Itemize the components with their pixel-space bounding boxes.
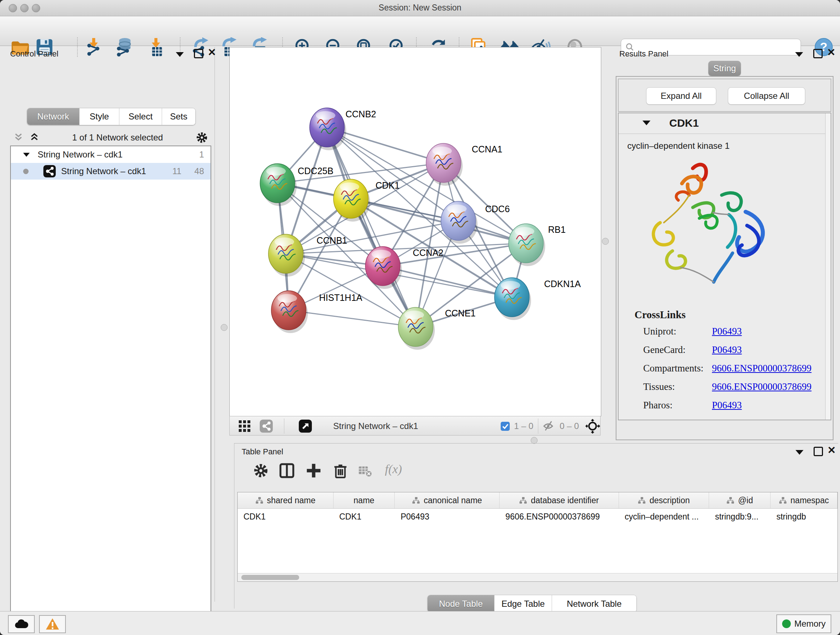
table-cell: stringdb <box>771 509 837 524</box>
crosslink-link[interactable]: P06493 <box>712 344 742 356</box>
crosslink-row: Uniprot:P06493 <box>619 326 826 344</box>
node-ccnb2[interactable] <box>309 108 346 150</box>
results-scrollbar[interactable] <box>825 113 831 420</box>
string-view-icon[interactable] <box>259 419 273 433</box>
column-header-name[interactable]: name <box>333 492 395 508</box>
column-header-id[interactable]: @id <box>709 492 771 508</box>
tab-network-table[interactable]: Network Table <box>552 595 636 612</box>
column-tree-icon <box>412 497 420 504</box>
hidden-eye-icon[interactable] <box>543 420 555 432</box>
collapse-all-button[interactable]: Collapse All <box>728 87 805 105</box>
column-header-namespac[interactable]: namespac <box>771 492 837 508</box>
selected-checkbox-icon[interactable] <box>500 421 510 431</box>
collection-expand-icon[interactable] <box>23 153 30 157</box>
tab-string[interactable]: String <box>708 61 741 76</box>
node-label-cdc25b: CDC25B <box>298 166 333 176</box>
network-collection-row[interactable]: String Network – cdk1 1 <box>11 146 210 163</box>
memory-status-icon <box>782 619 791 628</box>
tab-node-table[interactable]: Node Table <box>428 595 494 612</box>
node-hist1h1a[interactable] <box>271 291 308 333</box>
control-panel-menu-icon[interactable] <box>176 52 184 57</box>
node-label-hist1h1a: HIST1H1A <box>319 293 363 302</box>
table-panel-float-icon[interactable] <box>813 447 823 456</box>
node-label-rb1: RB1 <box>548 225 566 234</box>
results-panel-title: Results Panel <box>619 49 668 59</box>
node-label-ccnb1: CCNB1 <box>317 235 347 245</box>
table-panel-menu-icon[interactable] <box>796 450 804 455</box>
column-tree-icon <box>519 497 527 504</box>
selected-count: 1 – 0 <box>514 421 533 431</box>
delete-column-icon[interactable] <box>332 462 349 479</box>
expand-all-icon[interactable] <box>29 132 40 143</box>
control-panel: Control Panel ✕ NetworkStyleSelectSets 1… <box>3 47 215 602</box>
node-cdkn1a[interactable] <box>494 278 531 320</box>
node-ccna1[interactable] <box>426 143 463 186</box>
results-panel-close-icon[interactable]: ✕ <box>827 49 835 57</box>
control-panel-close-icon[interactable]: ✕ <box>208 49 216 57</box>
column-header-canonicalname[interactable]: canonical name <box>395 492 500 508</box>
left-splitter-handle[interactable] <box>221 324 227 331</box>
network-options-gear-icon[interactable] <box>195 131 208 144</box>
crosslink-link[interactable]: 9606.ENSP00000378699 <box>712 363 812 374</box>
right-splitter-handle[interactable] <box>602 238 609 245</box>
tab-select[interactable]: Select <box>119 108 162 125</box>
table-cell: CDK1 <box>238 509 333 524</box>
column-header-databaseidentifier[interactable]: database identifier <box>500 492 619 508</box>
network-edge-count: 48 <box>194 166 204 176</box>
crosslink-link[interactable]: P06493 <box>712 400 742 411</box>
cloud-button[interactable] <box>8 615 35 633</box>
fit-content-icon[interactable] <box>585 418 600 434</box>
node-ccnb1[interactable] <box>268 234 305 277</box>
tab-edge-table[interactable]: Edge Table <box>494 595 552 612</box>
network-label: String Network – cdk1 <box>61 166 172 176</box>
node-label-cdk1: CDK1 <box>376 180 400 190</box>
edge-ccna2-cdkn1a[interactable] <box>383 266 512 297</box>
tab-style[interactable]: Style <box>80 108 119 125</box>
memory-button[interactable]: Memory <box>776 614 831 633</box>
control-panel-float-icon[interactable] <box>194 49 203 58</box>
split-panel-icon[interactable] <box>279 462 295 479</box>
table-cell: 9606.ENSP00000378699 <box>500 509 619 524</box>
collapse-all-icon[interactable] <box>13 132 24 143</box>
results-panel-float-icon[interactable] <box>813 49 823 58</box>
node-label-ccna1: CCNA1 <box>472 144 502 154</box>
status-bar: Memory <box>0 611 840 635</box>
network-canvas[interactable]: CCNB2CCNA1CDC25BCDK1CDC6RB1CCNB1CCNA2CDK… <box>229 47 601 416</box>
expand-all-button[interactable]: Expand All <box>646 87 716 105</box>
crosslink-label: Pharos: <box>643 400 673 411</box>
add-column-icon[interactable] <box>305 462 322 479</box>
node-ccne1[interactable] <box>398 307 435 350</box>
entry-collapse-icon[interactable] <box>643 120 651 125</box>
column-header-sharedname[interactable]: shared name <box>238 492 333 508</box>
node-cdc25b[interactable] <box>260 164 297 206</box>
grid-view-icon[interactable] <box>238 419 251 433</box>
node-ccna2[interactable] <box>365 247 402 289</box>
tab-network[interactable]: Network <box>27 108 80 125</box>
warnings-button[interactable] <box>39 615 66 633</box>
column-label: canonical name <box>424 496 482 505</box>
crosslink-label: Uniprot: <box>643 326 676 337</box>
scrollbar-thumb[interactable] <box>241 575 299 580</box>
window-title: Session: New Session <box>0 3 840 13</box>
network-current-dot-icon <box>23 169 28 174</box>
table-row[interactable]: CDK1CDK1P064939606.ENSP00000378699cyclin… <box>238 509 837 524</box>
column-header-description[interactable]: description <box>619 492 709 508</box>
crosslink-link[interactable]: 9606.ENSP00000378699 <box>712 381 812 393</box>
node-rb1[interactable] <box>508 224 545 266</box>
column-label: shared name <box>267 496 316 505</box>
node-cdk1[interactable] <box>333 179 370 222</box>
results-panel-menu-icon[interactable] <box>795 52 803 57</box>
table-settings-gear-icon[interactable] <box>253 462 269 479</box>
crosslinks-title: CrossLinks <box>635 309 826 321</box>
network-row[interactable]: String Network – cdk1 11 48 <box>11 163 210 180</box>
column-label: name <box>354 496 374 505</box>
delete-table-icon[interactable] <box>357 462 373 479</box>
entry-header[interactable]: CDK1 <box>619 113 826 134</box>
tab-sets[interactable]: Sets <box>162 108 195 125</box>
node-data-table: shared namenamecanonical namedatabase id… <box>237 492 838 582</box>
open-in-window-icon[interactable] <box>298 419 312 433</box>
network-view-statusbar: String Network – cdk1 1 – 0 0 – 0 <box>229 416 600 435</box>
crosslink-row: Tissues:9606.ENSP00000378699 <box>619 381 826 400</box>
crosslink-link[interactable]: P06493 <box>712 326 742 337</box>
table-panel-close-icon[interactable]: ✕ <box>827 447 836 454</box>
